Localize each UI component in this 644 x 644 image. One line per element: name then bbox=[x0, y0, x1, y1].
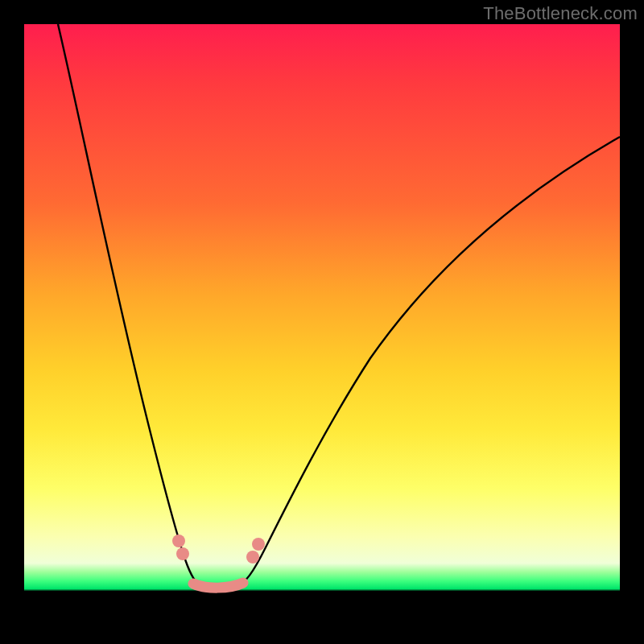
curve-left-branch bbox=[58, 24, 203, 588]
watermark-text: TheBottleneck.com bbox=[483, 3, 638, 24]
marker-right-upper bbox=[252, 538, 265, 551]
marker-right-lower bbox=[246, 551, 259, 564]
chart-frame bbox=[24, 24, 620, 620]
marker-left-upper bbox=[172, 535, 185, 547]
marker-left-lower bbox=[176, 547, 189, 560]
bottleneck-curve bbox=[24, 24, 620, 620]
highlight-trough-segment bbox=[193, 583, 243, 588]
curve-right-branch bbox=[235, 137, 620, 588]
